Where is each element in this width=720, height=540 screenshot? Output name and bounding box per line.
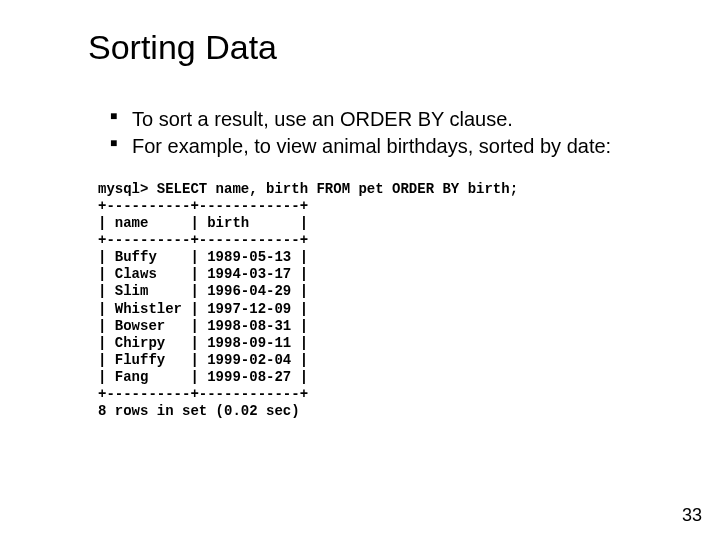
page-number: 33 <box>682 505 702 526</box>
bullet-list: To sort a result, use an ORDER BY clause… <box>110 107 660 159</box>
bullet-item: For example, to view animal birthdays, s… <box>110 134 660 159</box>
bullet-item: To sort a result, use an ORDER BY clause… <box>110 107 660 132</box>
sql-output: mysql> SELECT name, birth FROM pet ORDER… <box>98 181 660 420</box>
slide-title: Sorting Data <box>88 28 660 67</box>
